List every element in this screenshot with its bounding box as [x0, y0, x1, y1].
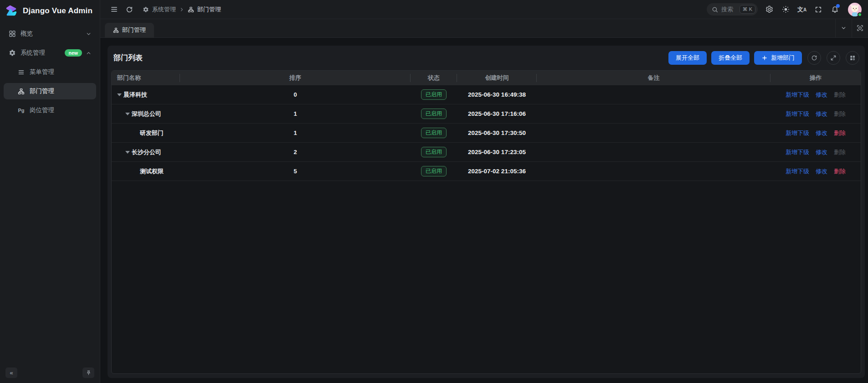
status-badge: 已启用: [421, 89, 447, 99]
brand-logo-icon: [5, 4, 18, 18]
edit-link[interactable]: 修改: [816, 129, 827, 137]
add-child-link[interactable]: 新增下级: [786, 167, 809, 176]
sidebar-item-dept-mgmt[interactable]: 部门管理: [4, 83, 96, 99]
chevron-down-icon: [841, 25, 847, 31]
sidebar-item-label: 系统管理: [21, 49, 65, 57]
add-child-link[interactable]: 新增下级: [786, 148, 809, 156]
fullscreen-brackets-icon: [815, 6, 822, 13]
sidebar-item-label: 概览: [21, 30, 86, 38]
sun-icon: [782, 5, 790, 13]
topbar-icons: 文A: [762, 3, 862, 16]
sidebar: Django Vue Admin 概览: [0, 0, 100, 383]
menu-list-icon: [17, 68, 25, 76]
table-refresh-button[interactable]: [807, 51, 821, 65]
fullscreen-button[interactable]: [812, 3, 825, 16]
hamburger-menu-button[interactable]: [108, 4, 120, 16]
gear-icon: [143, 6, 149, 13]
breadcrumb-current: 部门管理: [197, 5, 221, 14]
col-header-sort: 排序: [180, 71, 411, 85]
language-switch-button[interactable]: 文A: [795, 3, 809, 16]
grid-layout-icon: [849, 55, 856, 61]
theme-toggle-button[interactable]: [779, 3, 792, 16]
col-header-name: 部门名称: [112, 71, 180, 85]
sidebar-footer: «: [0, 362, 100, 383]
dept-name: 深圳总公司: [132, 110, 161, 118]
gear-icon: [765, 5, 773, 13]
table-row: 长沙分公司 2 已启用 2025-06-30 17:23:05 新增下级 修改 …: [112, 143, 861, 162]
sort-value: 5: [180, 168, 411, 175]
delete-link[interactable]: 删除: [834, 129, 846, 137]
breadcrumb: 系统管理 部门管理: [143, 5, 221, 14]
chevron-right-icon: [179, 7, 185, 12]
sort-value: 2: [180, 149, 411, 155]
collapse-sidebar-button[interactable]: «: [5, 367, 17, 378]
column-settings-button[interactable]: [846, 51, 859, 65]
settings-button[interactable]: [762, 3, 776, 16]
global-search[interactable]: 搜索 ⌘ K: [707, 3, 758, 16]
created-time: 2025-07-02 21:05:36: [457, 168, 537, 175]
chevron-up-icon: [86, 50, 92, 56]
delete-link: 删除: [834, 110, 846, 118]
app-root: Django Vue Admin 概览: [0, 0, 868, 383]
sidebar-item-system[interactable]: 系统管理 new: [4, 45, 96, 61]
tree-collapse-toggle[interactable]: [123, 113, 132, 115]
tab-options-button[interactable]: [835, 19, 852, 37]
refresh-page-button[interactable]: [123, 4, 135, 16]
refresh-icon: [811, 55, 817, 61]
delete-link: 删除: [834, 148, 846, 156]
dept-name: 长沙分公司: [132, 148, 161, 156]
expand-all-button[interactable]: 展开全部: [668, 51, 707, 65]
pin-icon: [86, 370, 92, 376]
sidebar-item-post-mgmt[interactable]: Pg 岗位管理: [4, 102, 96, 119]
notifications-button[interactable]: [828, 3, 842, 16]
edit-link[interactable]: 修改: [816, 91, 827, 99]
sidebar-item-menu-mgmt[interactable]: 菜单管理: [4, 64, 96, 80]
caret-down-icon: [125, 113, 130, 115]
search-placeholder: 搜索: [721, 5, 736, 14]
edit-link[interactable]: 修改: [816, 167, 827, 176]
collapse-all-button[interactable]: 折叠全部: [711, 51, 750, 65]
dept-list-card: 部门列表 展开全部 折叠全部 新增部门: [108, 46, 865, 378]
breadcrumb-parent[interactable]: 系统管理: [152, 5, 176, 14]
tabbar: 部门管理: [100, 19, 868, 38]
tree-collapse-toggle[interactable]: [115, 93, 123, 96]
add-child-link[interactable]: 新增下级: [786, 129, 809, 137]
dept-name: 研发部门: [140, 129, 164, 137]
created-time: 2025-06-30 17:30:50: [457, 129, 537, 136]
org-chart-icon: [188, 6, 194, 13]
status-badge: 已启用: [421, 166, 447, 176]
sidebar-item-overview[interactable]: 概览: [4, 26, 96, 42]
col-header-actions: 操作: [770, 71, 861, 85]
sidebar-item-label: 岗位管理: [30, 106, 92, 114]
status-badge: 已启用: [421, 109, 447, 119]
maximize-icon: [857, 25, 863, 31]
add-child-link[interactable]: 新增下级: [786, 110, 809, 118]
sort-value: 1: [180, 129, 411, 136]
dept-name: 测试权限: [140, 167, 164, 176]
brand-name: Django Vue Admin: [23, 6, 92, 16]
created-time: 2025-06-30 17:23:05: [457, 149, 537, 155]
created-time: 2025-06-30 16:49:38: [457, 91, 537, 98]
pin-sidebar-button[interactable]: [82, 367, 94, 378]
org-chart-icon: [113, 27, 119, 33]
tree-collapse-toggle[interactable]: [123, 151, 132, 154]
edit-link[interactable]: 修改: [816, 148, 827, 156]
sidebar-item-label: 菜单管理: [30, 68, 92, 76]
table-empty-area: [112, 181, 861, 373]
content-maximize-button[interactable]: [852, 19, 868, 37]
table-row: 晨泽科技 0 已启用 2025-06-30 16:49:38 新增下级 修改 删…: [112, 85, 861, 104]
caret-down-icon: [117, 93, 122, 96]
brand[interactable]: Django Vue Admin: [0, 0, 100, 21]
user-avatar[interactable]: [848, 3, 862, 16]
table-fullscreen-button[interactable]: [827, 51, 840, 65]
search-shortcut-badge: ⌘ K: [740, 5, 755, 14]
edit-link[interactable]: 修改: [816, 110, 827, 118]
delete-link[interactable]: 删除: [834, 167, 846, 176]
main-area: 系统管理 部门管理 搜索 ⌘ K: [100, 0, 868, 383]
add-dept-button[interactable]: 新增部门: [754, 51, 802, 65]
add-child-link[interactable]: 新增下级: [786, 91, 809, 99]
page-title: 部门列表: [113, 53, 143, 63]
tab-dept-mgmt[interactable]: 部门管理: [105, 23, 154, 37]
status-badge: 已启用: [421, 147, 447, 157]
caret-down-icon: [125, 151, 130, 154]
